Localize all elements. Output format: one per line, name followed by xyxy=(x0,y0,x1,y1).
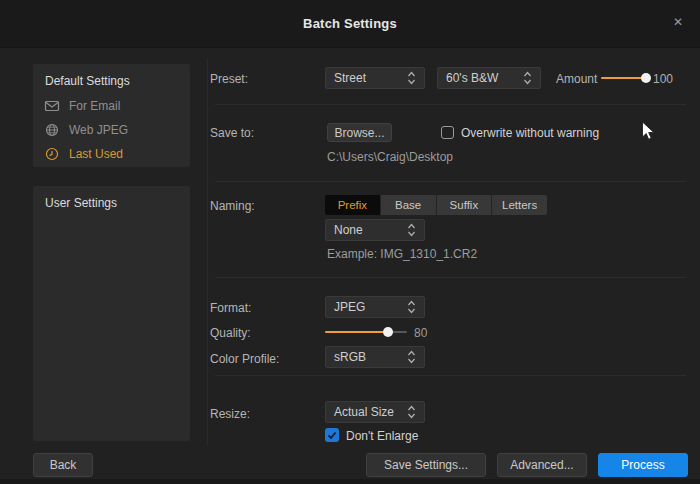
sidebar-item-for-email[interactable]: For Email xyxy=(33,94,190,118)
default-settings-panel: Default Settings For Email Web JPEG xyxy=(33,64,190,167)
tab-letters[interactable]: Letters xyxy=(492,195,547,215)
format-dropdown-value: JPEG xyxy=(334,300,365,314)
resize-dropdown-value: Actual Size xyxy=(334,405,394,419)
browse-button[interactable]: Browse... xyxy=(327,123,392,142)
process-button-label: Process xyxy=(621,458,664,472)
separator xyxy=(215,277,686,278)
mouse-cursor-icon xyxy=(641,121,655,141)
resize-label: Resize: xyxy=(210,407,250,421)
process-button[interactable]: Process xyxy=(598,453,688,477)
envelope-icon xyxy=(44,99,60,113)
sidebar-item-label: Last Used xyxy=(69,147,123,161)
dialog-bottom-edge xyxy=(0,479,700,484)
dialog-title: Batch Settings xyxy=(0,16,700,31)
chevron-updown-icon xyxy=(407,350,416,364)
naming-tabs: Prefix Base Suffix Letters xyxy=(325,195,547,215)
overwrite-checkbox[interactable] xyxy=(441,126,454,139)
close-icon[interactable]: ✕ xyxy=(673,15,683,29)
naming-example: Example: IMG_1310_1.CR2 xyxy=(327,247,477,261)
prefix-dropdown[interactable]: None xyxy=(325,219,425,241)
user-settings-header: User Settings xyxy=(45,196,117,210)
separator xyxy=(215,181,686,182)
chevron-updown-icon xyxy=(407,300,416,314)
preset-style-dropdown[interactable]: 60's B&W xyxy=(437,67,541,89)
chevron-updown-icon xyxy=(407,405,416,419)
amount-value: 100 xyxy=(653,72,673,86)
quality-slider[interactable] xyxy=(325,325,407,339)
preset-style-value: 60's B&W xyxy=(446,71,498,85)
overwrite-checkbox-label: Overwrite without warning xyxy=(461,126,599,140)
sidebar-item-last-used[interactable]: Last Used xyxy=(33,142,190,166)
quality-slider-knob[interactable] xyxy=(383,327,393,337)
back-button[interactable]: Back xyxy=(33,453,93,477)
dont-enlarge-checkbox[interactable] xyxy=(325,428,339,442)
batch-settings-dialog: Batch Settings ✕ Default Settings For Em… xyxy=(0,0,700,484)
save-to-label: Save to: xyxy=(210,126,254,140)
amount-label: Amount xyxy=(556,72,597,86)
quality-value: 80 xyxy=(414,326,427,340)
chevron-updown-icon xyxy=(523,71,532,85)
prefix-dropdown-value: None xyxy=(334,223,363,237)
save-path: C:\Users\Craig\Desktop xyxy=(327,150,453,164)
save-settings-button-label: Save Settings... xyxy=(384,458,468,472)
chevron-updown-icon xyxy=(407,71,416,85)
sidebar-item-web-jpeg[interactable]: Web JPEG xyxy=(33,118,190,142)
dont-enlarge-label: Don't Enlarge xyxy=(346,429,418,443)
color-profile-dropdown[interactable]: sRGB xyxy=(325,346,425,368)
amount-slider-knob[interactable] xyxy=(641,73,651,83)
save-settings-button[interactable]: Save Settings... xyxy=(366,453,486,477)
browse-button-label: Browse... xyxy=(334,126,384,140)
back-button-label: Back xyxy=(50,458,77,472)
default-settings-header: Default Settings xyxy=(45,74,130,88)
separator xyxy=(215,375,686,376)
preset-category-dropdown[interactable]: Street xyxy=(325,67,425,89)
resize-dropdown[interactable]: Actual Size xyxy=(325,401,425,423)
clock-icon xyxy=(44,147,60,161)
sidebar-item-label: For Email xyxy=(69,99,120,113)
separator xyxy=(215,104,686,105)
titlebar: Batch Settings ✕ xyxy=(0,0,700,48)
amount-slider[interactable] xyxy=(601,71,651,85)
format-dropdown[interactable]: JPEG xyxy=(325,296,425,318)
sidebar-item-label: Web JPEG xyxy=(69,123,128,137)
tab-base[interactable]: Base xyxy=(381,195,437,215)
preset-category-value: Street xyxy=(334,71,366,85)
chevron-updown-icon xyxy=(407,223,416,237)
checkmark-icon xyxy=(327,431,337,440)
color-profile-label: Color Profile: xyxy=(210,352,279,366)
advanced-button[interactable]: Advanced... xyxy=(497,453,587,477)
advanced-button-label: Advanced... xyxy=(510,458,573,472)
quality-label: Quality: xyxy=(210,326,251,340)
tab-prefix[interactable]: Prefix xyxy=(325,195,381,215)
sidebar-divider xyxy=(207,58,208,446)
naming-label: Naming: xyxy=(210,199,255,213)
globe-icon xyxy=(44,123,60,137)
format-label: Format: xyxy=(210,301,251,315)
user-settings-panel: User Settings xyxy=(33,186,190,441)
color-profile-dropdown-value: sRGB xyxy=(334,350,366,364)
quality-slider-track-filled xyxy=(325,331,388,333)
tab-suffix[interactable]: Suffix xyxy=(437,195,493,215)
preset-label: Preset: xyxy=(210,72,248,86)
